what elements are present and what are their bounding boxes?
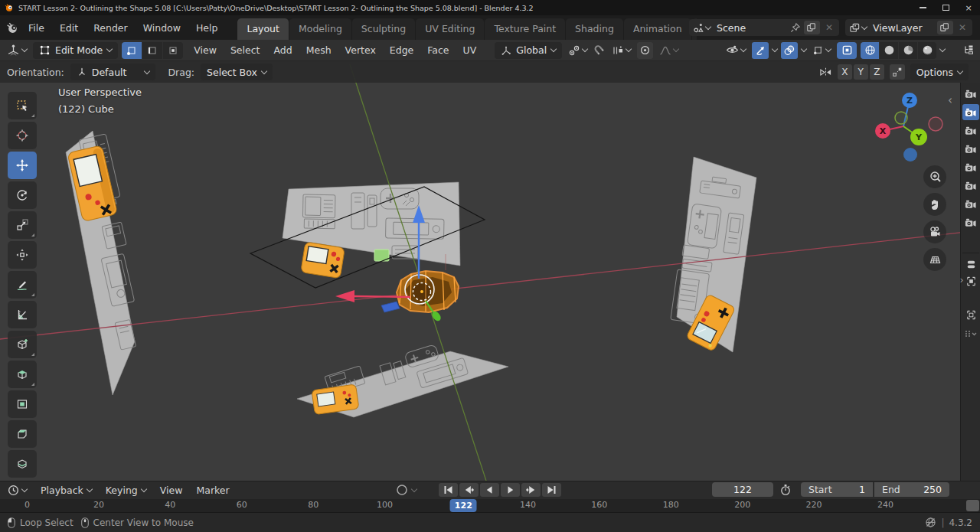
mirror-axis-z[interactable]: Z [870,64,884,80]
tab-shading[interactable]: Shading [566,18,623,40]
timeline-menu-playback[interactable]: Playback [34,481,99,499]
mesh-edit-overlays-button[interactable] [810,42,833,59]
properties-render-icon[interactable] [961,309,980,321]
shading-wireframe-button[interactable] [861,42,879,59]
outliner-camera-7[interactable] [962,214,979,230]
viewlayer-icon[interactable] [849,22,867,34]
tool-loop-cut[interactable] [8,450,37,478]
play-button[interactable] [501,483,520,497]
proportional-editing-button[interactable] [637,42,653,59]
header-menu-select[interactable]: Select [224,41,267,59]
playhead[interactable]: 122 [450,499,477,512]
shading-solid-button[interactable] [880,42,898,59]
tool-bevel[interactable] [8,420,37,448]
snap-target-button[interactable] [609,42,633,59]
snap-base-icon[interactable] [890,64,905,80]
tab-sculpting[interactable]: Sculpting [352,18,415,40]
new-viewlayer-button[interactable] [937,21,953,34]
tool-cursor[interactable] [8,122,37,149]
outliner-camera-0[interactable] [962,86,979,102]
jump-to-end-button[interactable] [542,483,561,497]
outliner-camera-2[interactable] [962,122,979,139]
tab-animation[interactable]: Animation [624,18,691,40]
menu-edit[interactable]: Edit [52,20,86,36]
auto-keying-toggle[interactable] [395,483,416,497]
orientation-default-dropdown[interactable]: Default [70,64,156,80]
tool-scale[interactable] [8,211,37,239]
outliner-camera-3[interactable] [962,141,979,157]
show-gizmo-button[interactable] [752,42,769,59]
header-menu-add[interactable]: Add [266,41,299,59]
show-overlays-button[interactable] [781,42,798,59]
maximize-button[interactable] [934,0,957,15]
tool-extrude-region[interactable] [8,361,37,388]
viewlayer-name[interactable]: ViewLayer [870,22,934,34]
outliner-icon[interactable] [960,42,977,59]
pan-hand-button[interactable] [923,193,946,216]
proportional-falloff-button[interactable] [657,42,681,59]
minimize-button[interactable] [911,0,934,15]
timeline-menu-view[interactable]: View [153,481,190,499]
frame-start-field[interactable]: Start1 [801,482,873,497]
header-menu-face[interactable]: Face [420,41,456,59]
tool-move[interactable] [8,152,37,179]
timeline-menu-keying[interactable]: Keying [99,481,153,499]
camera-view-button[interactable] [923,220,946,243]
viewport-3d-scene[interactable] [0,61,980,481]
menu-file[interactable]: File [21,20,52,36]
next-keyframe-button[interactable] [521,483,541,497]
tool-rotate[interactable] [8,181,37,209]
header-menu-edge[interactable]: Edge [383,41,420,59]
tab-uv-editing[interactable]: UV Editing [416,18,484,40]
outliner-camera-6[interactable] [962,196,979,212]
blender-menu-icon[interactable] [6,21,19,34]
tool-annotate[interactable] [8,271,37,299]
menu-help[interactable]: Help [188,20,226,36]
shading-material-button[interactable] [899,42,917,59]
zoom-button[interactable] [923,165,946,188]
edge-select-button[interactable] [142,42,162,59]
drag-mode-dropdown[interactable]: Select Box [201,64,273,80]
stopwatch-icon[interactable] [779,484,792,496]
properties-tool-icon[interactable] [961,276,980,287]
collapse-region-icon[interactable]: ‹ [948,93,952,107]
outliner-camera-1[interactable] [962,104,979,120]
scene-selector[interactable]: Scene ✕ [689,19,839,36]
viewport-3d[interactable]: User Perspective (122) Cube [0,61,980,481]
shading-rendered-button[interactable] [918,42,936,59]
tab-layout[interactable]: Layout [237,18,289,40]
timeline-editor-type-button[interactable] [5,482,29,499]
editor-type-button[interactable] [5,42,29,59]
timeline-scrollbar[interactable] [966,500,979,511]
rail-grip-icon[interactable] [961,329,980,340]
visibility-dropdown[interactable] [724,42,748,59]
play-reverse-button[interactable] [480,483,499,497]
new-scene-button[interactable] [804,21,820,34]
mode-dropdown[interactable]: Edit Mode [33,42,118,59]
current-frame-field[interactable]: 122 [712,482,773,497]
jump-to-start-button[interactable] [439,483,458,497]
menu-window[interactable]: Window [136,20,188,36]
navigation-gizmo[interactable]: Z X Y [864,83,949,168]
header-menu-mesh[interactable]: Mesh [299,41,338,59]
tool-inset-faces[interactable] [8,390,37,418]
header-menu-view[interactable]: View [187,41,224,59]
header-menu-vertex[interactable]: Vertex [338,41,383,59]
timeline-menu-marker[interactable]: Marker [189,481,236,499]
snap-magnet-icon[interactable] [593,44,606,57]
tool-transform[interactable] [8,241,37,269]
mirror-axis-y[interactable]: Y [854,64,868,80]
remove-viewlayer-icon[interactable]: ✕ [956,22,969,33]
transform-orientation-dropdown[interactable]: Global [495,42,562,59]
orthographic-toggle-button[interactable] [923,248,946,271]
options-dropdown[interactable]: Options [910,64,969,80]
scene-icon[interactable] [693,22,710,34]
outliner-camera-4[interactable] [962,159,979,175]
viewlayer-selector[interactable]: ViewLayer ✕ [845,19,972,36]
tab-modeling[interactable]: Modeling [289,18,351,40]
face-select-button[interactable] [163,42,183,59]
vertex-select-button[interactable] [122,42,142,59]
properties-object-icon[interactable] [961,259,980,270]
previous-keyframe-button[interactable] [459,483,479,497]
close-button[interactable]: × [957,0,980,15]
